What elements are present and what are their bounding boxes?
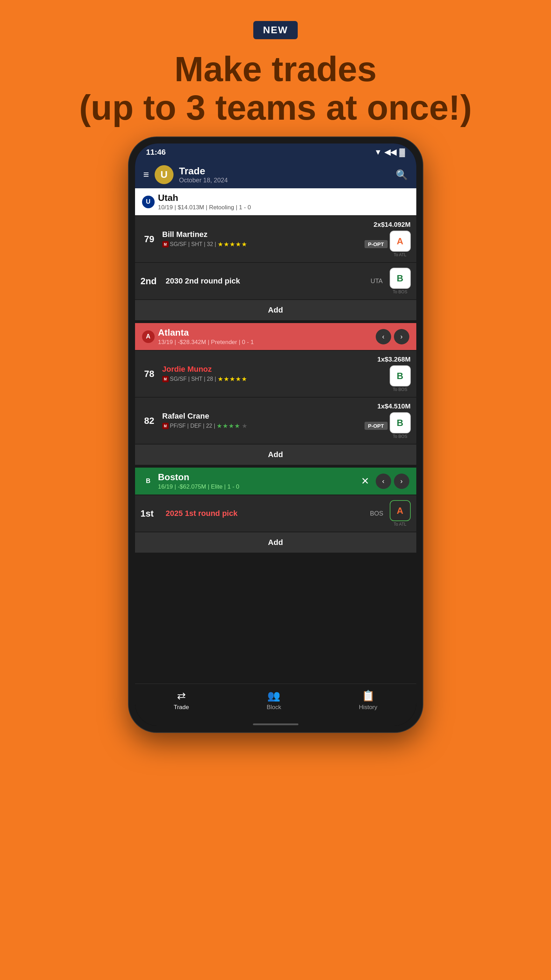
bos-pick-round: 1st [141,508,162,519]
boston-add-button[interactable]: Add [135,532,416,553]
home-indicator-bar [253,724,299,725]
bos-pick-team: BOS [368,510,386,517]
boston-close-button[interactable]: ✕ [357,474,373,489]
bill-martinez-salary: 2x$14.092M [374,221,411,229]
jordie-munoz-stars: ★★★★★ [218,375,247,383]
utah-section: U Utah 10/19 | $14.013M | Retooling | 1 … [135,188,416,320]
atlanta-team-info: Atlanta 13/19 | -$28.342M | Pretender | … [158,327,254,346]
utah-team-header: U Utah 10/19 | $14.013M | Retooling | 1 … [135,188,416,215]
rafael-crane-salary: 1x$4.510M [377,402,410,410]
wifi-icon: ▼ [374,148,382,157]
boston-team-name: Boston [158,472,240,483]
boston-logo: B [142,475,155,488]
utah-header-left: U Utah 10/19 | $14.013M | Retooling | 1 … [142,192,251,211]
nav-history[interactable]: 📋 History [359,689,378,711]
rafael-crane-dest-label: To BOS [393,434,407,439]
bos-pick-dest-badge: A [390,500,411,521]
boston-header-left: B Boston 16/19 | -$62.075M | Elite | 1 -… [142,472,240,490]
atlanta-logo: A [142,330,155,343]
status-icons: ▼ ◀◀ ▓ [374,148,405,157]
bill-martinez-card[interactable]: 79 Bill Martinez M SG/SF | SHT | 32 | ★★… [135,216,416,262]
boston-team-header: B Boston 16/19 | -$62.075M | Elite | 1 -… [135,468,416,495]
header-text: Trade October 18, 2024 [179,165,390,184]
block-label: Block [267,704,281,711]
bill-martinez-info: Bill Martinez M SG/SF | SHT | 32 | ★★★★★ [162,230,351,248]
atlanta-prev-button[interactable]: ‹ [376,329,391,344]
atlanta-header-left: A Atlanta 13/19 | -$28.342M | Pretender … [142,327,254,346]
uta-pick-card[interactable]: 2nd 2030 2nd round pick UTA B To BOS [135,263,416,299]
jordie-munoz-card[interactable]: 78 Jordie Munoz M SG/SF | SHT | 28 | ★★★… [135,351,416,397]
utah-team-info: Utah 10/19 | $14.013M | Retooling | 1 - … [158,192,251,211]
header-subtitle: October 18, 2024 [179,177,390,184]
uta-pick-dest-label: To BOS [393,290,407,294]
phone-frame: 11:46 ▼ ◀◀ ▓ ≡ U Trade October 18, 2024 … [129,137,422,732]
rafael-crane-stars: ★★★★ [216,422,240,430]
phone-screen: 11:46 ▼ ◀◀ ▓ ≡ U Trade October 18, 2024 … [135,143,416,726]
rafael-league-badge: M [162,423,168,429]
atlanta-team-stats: 13/19 | -$28.342M | Pretender | 0 - 1 [158,339,254,346]
atlanta-add-button[interactable]: Add [135,444,416,465]
nav-block[interactable]: 👥 Block [267,689,281,711]
rafael-crane-details: M PF/SF | DEF | 22 | ★★★★★ [162,422,351,430]
jordie-league-badge: M [162,376,168,382]
bill-martinez-stars: ★★★★★ [218,240,247,248]
header-team-logo: U [155,165,173,184]
player-number-78: 78 [141,369,158,379]
uta-pick-round: 2nd [141,276,162,286]
utah-team-name: Utah [158,192,251,204]
bos-pick-dest-label: To ATL [394,522,406,527]
promo-area: NEW Make trades (up to 3 teams at once!) [79,0,472,127]
promo-title-line1: Make trades [174,49,376,89]
rafael-crane-right: 1x$4.510M P-OPT B To BOS [355,402,411,439]
bill-martinez-contract: P-OPT [365,240,387,248]
boston-team-stats: 16/19 | -$62.075M | Elite | 1 - 0 [158,484,240,490]
atlanta-section: A Atlanta 13/19 | -$28.342M | Pretender … [135,323,416,465]
jordie-munoz-name: Jordie Munoz [162,365,351,374]
bottom-nav: ⇄ Trade 👥 Block 📋 History [135,684,416,721]
jordie-munoz-dest-badge: B [390,365,411,387]
jordie-munoz-right: 1x$3.268M B To BOS [355,356,411,392]
boston-next-button[interactable]: › [394,474,409,489]
nav-trade[interactable]: ⇄ Trade [173,689,189,711]
menu-icon[interactable]: ≡ [143,169,149,180]
battery-icon: ▓ [399,148,405,157]
jordie-munoz-details: M SG/SF | SHT | 28 | ★★★★★ [162,375,351,383]
boston-team-info: Boston 16/19 | -$62.075M | Elite | 1 - 0 [158,472,240,490]
atlanta-controls: ‹ › [376,329,409,344]
uta-pick-dest-badge: B [390,268,411,289]
history-icon: 📋 [362,689,375,702]
signal-icon: ◀◀ [384,148,396,157]
rafael-crane-dest-badge: B [390,412,411,433]
bill-martinez-dest-badge: A [390,231,411,251]
atlanta-team-name: Atlanta [158,327,254,338]
uta-pick-desc: 2030 2nd round pick [166,277,364,286]
jordie-munoz-info: Jordie Munoz M SG/SF | SHT | 28 | ★★★★★ [162,365,351,383]
trade-icon: ⇄ [177,689,186,702]
bos-pick-card[interactable]: 1st 2025 1st round pick BOS A To ATL [135,495,416,531]
atlanta-team-header: A Atlanta 13/19 | -$28.342M | Pretender … [135,323,416,350]
rafael-crane-card[interactable]: 82 Rafael Crane M PF/SF | DEF | 22 | ★★★… [135,398,416,444]
boston-controls: ✕ ‹ › [357,474,409,489]
player-number-82: 82 [141,415,158,426]
bos-pick-desc: 2025 1st round pick [166,509,364,518]
boston-prev-button[interactable]: ‹ [376,474,391,489]
search-icon[interactable]: 🔍 [396,169,408,181]
bill-martinez-dest-label: To ATL [394,252,406,257]
player-number-79: 79 [141,234,158,245]
jordie-munoz-dest-label: To BOS [393,387,407,392]
rafael-crane-contract: P-OPT [365,422,387,430]
utah-add-button[interactable]: Add [135,300,416,320]
block-icon: 👥 [267,689,280,702]
promo-title: Make trades (up to 3 teams at once!) [79,50,472,127]
bill-martinez-name: Bill Martinez [162,230,351,239]
home-indicator [135,721,416,726]
screen-content[interactable]: U Utah 10/19 | $14.013M | Retooling | 1 … [135,188,416,684]
trade-label: Trade [173,704,189,711]
jordie-munoz-salary: 1x$3.268M [377,356,410,363]
app-header: ≡ U Trade October 18, 2024 🔍 [135,161,416,188]
new-badge: NEW [253,21,298,39]
status-time: 11:46 [146,148,166,157]
bill-martinez-details: M SG/SF | SHT | 32 | ★★★★★ [162,240,351,248]
promo-title-line2: (up to 3 teams at once!) [79,88,472,127]
atlanta-next-button[interactable]: › [394,329,409,344]
